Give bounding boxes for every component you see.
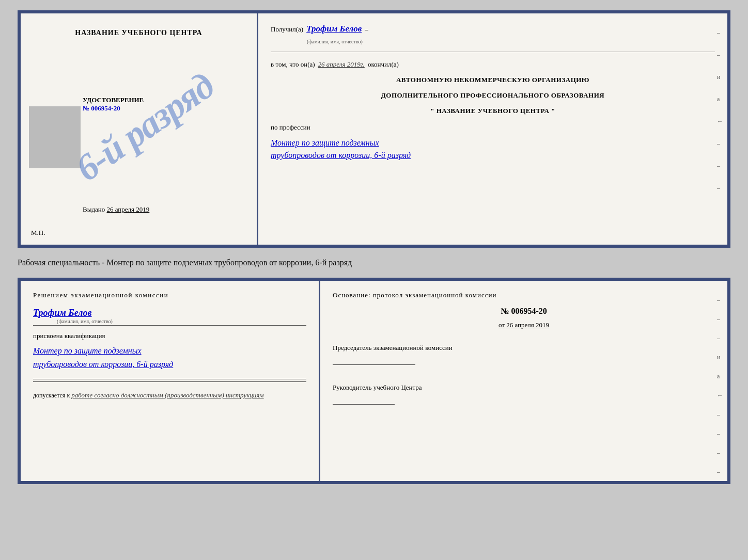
cert-chair-title: Председатель экзаменационной комиссии xyxy=(333,344,715,352)
cert-bottom-name-line xyxy=(33,325,306,326)
cert-udost-block: УДОСТОВЕРЕНИЕ № 006954-20 xyxy=(83,96,144,113)
cert-rukov-title: Руководитель учебного Центра xyxy=(333,383,715,392)
cert-name-sublabel: (фамилия, имя, отчество) xyxy=(307,39,363,44)
cert-mp: М.П. xyxy=(31,229,45,237)
cert-bottom-side-marks: – – – и а ← – – – – xyxy=(717,296,723,476)
cert-udost-number: № 006954-20 xyxy=(83,104,144,113)
cert-bottom-hr1 xyxy=(33,379,306,379)
cert-ot-date: 26 апреля 2019 xyxy=(506,321,549,329)
cert-bottom-lines xyxy=(33,379,306,382)
diagonal-stamp-text: 6-й разряд xyxy=(69,67,220,187)
cert-line-1 xyxy=(271,52,715,52)
cert-rukov-sign-line xyxy=(333,404,395,405)
cert-vydano-label: Выдано xyxy=(83,205,105,213)
cert-profession-val: Монтер по защите подземных трубопроводов… xyxy=(271,137,715,162)
cert-bottom-name-sublabel: (фамилия, имя, отчество) xyxy=(33,318,136,324)
cert-rukov-block: Руководитель учебного Центра xyxy=(333,378,715,405)
cert-bottom-dopusk: допускается к работе согласно должностны… xyxy=(33,391,306,399)
cert-bottom-left-title: Решением экзаменационной комиссии xyxy=(33,291,306,299)
cert-dash1: – xyxy=(365,25,368,34)
cert-vydano-date: 26 апреля 2019 xyxy=(107,205,150,213)
cert-bottom-name-wrap: Трофим Белов (фамилия, имя, отчество) xyxy=(33,306,306,326)
cert-date: 26 апреля 2019г. xyxy=(318,60,365,69)
cert-vtom-line: в том, что он(а) 26 апреля 2019г. окончи… xyxy=(271,60,715,69)
cert-udost-label: УДОСТОВЕРЕНИЕ xyxy=(83,96,144,104)
cert-bottom-left: Решением экзаменационной комиссии Трофим… xyxy=(21,281,320,481)
cert-bottom-profession: Монтер по защите подземных трубопроводов… xyxy=(33,344,306,371)
cert-bottom-right: Основание: протокол экзаменационной коми… xyxy=(320,281,727,481)
cert-dopusk-label: допускается к xyxy=(33,392,70,399)
photo-placeholder xyxy=(29,106,81,168)
cert-top-right: Получил(а) Трофим Белов – (фамилия, имя,… xyxy=(258,13,727,245)
cert-top-left-title: НАЗВАНИЕ УЧЕБНОГО ЦЕНТРА xyxy=(75,29,202,37)
cert-ot-label: от xyxy=(498,321,505,329)
cert-chair-block: Председатель экзаменационной комиссии xyxy=(333,339,715,365)
cert-bottom-right-date: от 26 апреля 2019 xyxy=(333,321,715,329)
diagonal-stamp: 6-й разряд xyxy=(62,44,227,210)
cert-profession-label: по профессии xyxy=(271,123,715,132)
cert-name: Трофим Белов xyxy=(306,24,362,34)
cert-poluchil-label: Получил(а) xyxy=(271,25,303,34)
cert-org-line2: ДОПОЛНИТЕЛЬНОГО ПРОФЕССИОНАЛЬНОГО ОБРАЗО… xyxy=(271,91,715,100)
cert-poluchil-line: Получил(а) Трофим Белов – xyxy=(271,24,715,34)
cert-bottom-right-title: Основание: протокол экзаменационной коми… xyxy=(333,291,715,299)
cert-org-line3: " НАЗВАНИЕ УЧЕБНОГО ЦЕНТРА " xyxy=(271,107,715,115)
cert-bottom-name: Трофим Белов xyxy=(33,308,306,318)
cert-bottom-hr2 xyxy=(33,381,306,382)
middle-text: Рабочая специальность - Монтер по защите… xyxy=(18,256,730,269)
cert-okonchil-label: окончил(а) xyxy=(368,60,399,69)
cert-bottom-kvali: присвоена квалификация xyxy=(33,332,306,340)
cert-vtom-label: в том, что он(а) xyxy=(271,60,315,69)
cert-top-left: НАЗВАНИЕ УЧЕБНОГО ЦЕНТРА УДОСТОВЕРЕНИЕ №… xyxy=(21,13,258,245)
cert-side-marks: – – и а ← – – – xyxy=(717,29,723,192)
certificate-top: НАЗВАНИЕ УЧЕБНОГО ЦЕНТРА УДОСТОВЕРЕНИЕ №… xyxy=(18,10,730,248)
cert-dopusk-val: работе согласно должностным (производств… xyxy=(71,391,263,399)
cert-org-line1: АВТОНОМНУЮ НЕКОММЕРЧЕСКУЮ ОРГАНИЗАЦИЮ xyxy=(271,76,715,84)
certificate-bottom: Решением экзаменационной комиссии Трофим… xyxy=(18,278,730,484)
cert-chair-sign-line xyxy=(333,364,415,365)
cert-vydano: Выдано 26 апреля 2019 xyxy=(83,205,149,214)
cert-bottom-right-number: № 006954-20 xyxy=(333,307,715,316)
